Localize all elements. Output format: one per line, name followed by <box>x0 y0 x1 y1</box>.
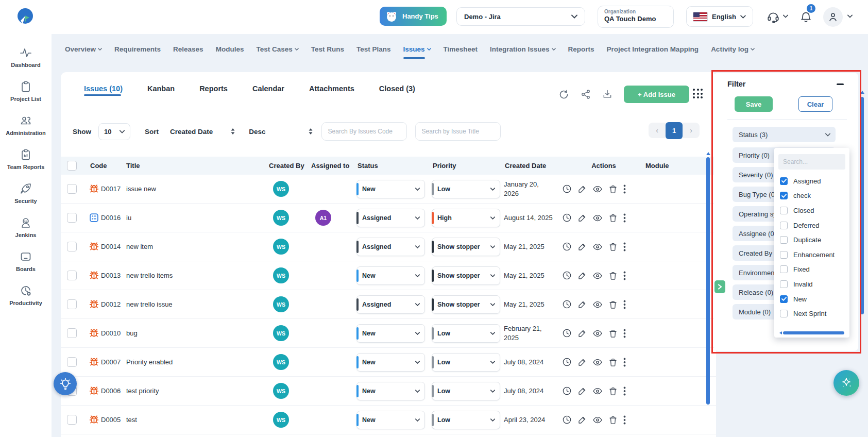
delete-icon[interactable] <box>608 242 618 251</box>
filter-panel-toggle-button[interactable] <box>714 280 725 293</box>
nav-item-issues[interactable]: Issues <box>403 45 431 54</box>
panel-scroll-up-arrow[interactable] <box>860 91 864 94</box>
status-option-assigned[interactable]: Assigned <box>778 174 845 189</box>
row-checkbox[interactable] <box>67 213 77 223</box>
nav-item-integration-issues[interactable]: Integration Issues <box>490 45 556 54</box>
delete-icon[interactable] <box>608 386 618 396</box>
checked-checkbox[interactable] <box>780 295 788 303</box>
download-icon[interactable] <box>602 89 612 99</box>
sort-arrows-icon[interactable] <box>230 128 235 135</box>
creator-avatar[interactable]: WS <box>273 383 289 399</box>
user-menu-button[interactable] <box>823 7 843 27</box>
delete-icon[interactable] <box>608 271 618 280</box>
edit-icon[interactable] <box>577 300 587 309</box>
issue-title[interactable]: test priority <box>123 387 268 395</box>
creator-avatar[interactable]: WS <box>273 296 289 312</box>
creator-avatar[interactable]: WS <box>273 181 289 197</box>
view-icon[interactable] <box>592 184 603 194</box>
dropdown-horizontal-scrollbar[interactable] <box>779 331 844 334</box>
nav-item-project-integration-mapping[interactable]: Project Integration Mapping <box>607 45 699 54</box>
priority-select[interactable]: Show stopper <box>432 295 500 314</box>
sidebar-item-productivity[interactable]: Productivity <box>0 284 52 306</box>
sidebar-item-jenkins[interactable]: Jenkins <box>0 216 52 238</box>
tab-kanban[interactable]: Kanban <box>147 85 175 101</box>
tab-reports[interactable]: Reports <box>199 85 228 101</box>
creator-avatar[interactable]: WS <box>273 267 289 283</box>
checked-checkbox[interactable] <box>780 192 788 199</box>
priority-select[interactable]: Low <box>432 382 500 400</box>
nav-item-test-plans[interactable]: Test Plans <box>356 45 391 54</box>
more-icon[interactable] <box>623 184 626 194</box>
history-icon[interactable] <box>562 328 572 338</box>
view-icon[interactable] <box>592 299 603 310</box>
row-checkbox[interactable] <box>67 271 77 280</box>
issue-code[interactable]: D0012 <box>81 299 123 310</box>
more-icon[interactable] <box>623 213 626 223</box>
history-icon[interactable] <box>562 357 572 367</box>
more-icon[interactable] <box>623 358 626 367</box>
tab-attachments[interactable]: Attachments <box>309 85 354 101</box>
history-icon[interactable] <box>562 415 572 425</box>
status-select[interactable]: Assigned <box>356 238 425 256</box>
nav-item-activity-log[interactable]: Activity log <box>711 45 755 54</box>
history-icon[interactable] <box>562 184 572 194</box>
status-option-check[interactable]: check <box>778 189 845 204</box>
view-icon[interactable] <box>592 357 603 367</box>
view-icon[interactable] <box>592 242 603 252</box>
nav-item-overview[interactable]: Overview <box>65 45 102 54</box>
edit-icon[interactable] <box>577 242 587 251</box>
status-select[interactable]: Assigned <box>356 209 425 227</box>
nav-item-modules[interactable]: Modules <box>216 45 244 54</box>
status-option-deferred[interactable]: Deferred <box>778 218 845 233</box>
issue-title[interactable]: new trello issue <box>123 300 268 308</box>
tab-calendar[interactable]: Calendar <box>252 85 284 101</box>
table-scrollbar[interactable] <box>706 157 710 405</box>
delete-icon[interactable] <box>608 415 618 425</box>
creator-avatar[interactable]: WS <box>273 412 289 428</box>
issue-title[interactable]: iu <box>123 214 268 222</box>
prev-page-button[interactable]: ‹ <box>649 126 666 135</box>
status-select[interactable]: New <box>356 180 425 198</box>
assignee-avatar[interactable]: A1 <box>315 210 331 226</box>
chevron-down-icon[interactable] <box>847 14 853 18</box>
delete-icon[interactable] <box>608 358 618 367</box>
search-issues-code-input[interactable] <box>321 122 407 141</box>
sort-arrows-icon[interactable] <box>308 128 313 135</box>
nav-item-reports[interactable]: Reports <box>568 45 594 54</box>
unchecked-checkbox[interactable] <box>780 222 788 229</box>
view-icon[interactable] <box>592 271 603 281</box>
nav-item-requirements[interactable]: Requirements <box>114 45 161 54</box>
row-checkbox[interactable] <box>67 357 77 367</box>
panel-scrollbar[interactable] <box>860 97 864 314</box>
issue-title[interactable]: new trello items <box>123 272 268 279</box>
tab-closed-3[interactable]: Closed (3) <box>379 85 415 101</box>
unchecked-checkbox[interactable] <box>780 251 788 259</box>
organization-box[interactable]: Organization QA Touch Demo <box>598 6 674 28</box>
search-issue-title-input[interactable] <box>415 122 501 141</box>
history-icon[interactable] <box>562 242 572 251</box>
status-option-enhancement[interactable]: Enhancement <box>778 247 845 262</box>
issue-title[interactable]: bug <box>123 329 268 337</box>
issue-code[interactable]: D0007 <box>81 357 123 367</box>
issue-title[interactable]: test <box>123 416 268 424</box>
issue-title[interactable]: new item <box>123 243 268 250</box>
status-select[interactable]: New <box>356 382 425 400</box>
status-option-duplicate[interactable]: Duplicate <box>778 232 845 247</box>
issue-code[interactable]: D0005 <box>81 414 123 425</box>
priority-select[interactable]: High <box>432 209 500 227</box>
edit-icon[interactable] <box>577 386 587 396</box>
save-filter-button[interactable]: Save <box>735 96 773 112</box>
delete-icon[interactable] <box>608 184 618 194</box>
more-icon[interactable] <box>623 242 626 251</box>
row-checkbox[interactable] <box>67 184 77 194</box>
unchecked-checkbox[interactable] <box>780 236 788 244</box>
creator-avatar[interactable]: WS <box>273 210 289 226</box>
more-icon[interactable] <box>623 271 626 280</box>
status-select[interactable]: New <box>356 324 425 343</box>
status-select[interactable]: Assigned <box>356 295 425 314</box>
page-size-select[interactable]: 10 <box>98 123 130 140</box>
issue-code[interactable]: D0017 <box>81 183 123 194</box>
history-icon[interactable] <box>562 271 572 280</box>
edit-icon[interactable] <box>577 184 587 194</box>
nav-item-releases[interactable]: Releases <box>173 45 203 54</box>
